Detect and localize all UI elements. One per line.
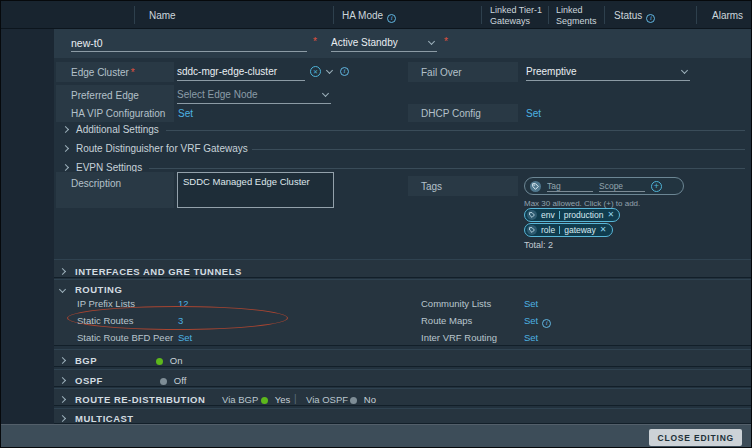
section-ospf: OSPF Off [54,369,752,387]
interfaces-section-header[interactable]: INTERFACES AND GRE TUNNELS [60,266,242,277]
chevron-right-icon [62,164,69,171]
preferred-edge-select[interactable]: Select Edge Node [177,86,331,104]
edge-cluster-icons: ✕ i [310,66,349,77]
community-lists-label: Community Lists [421,298,491,309]
remove-tag-icon[interactable]: ✕ [600,226,607,234]
ha-mode-select[interactable]: Active Standby [331,34,437,52]
clear-icon[interactable]: ✕ [310,66,321,77]
divider [149,168,745,169]
required-asterisk: * [444,36,448,47]
static-routes-value[interactable]: 3 [178,315,183,326]
close-editing-button[interactable]: CLOSE EDITING [649,429,742,446]
inter-vrf-routing-label: Inter VRF Routing [421,332,497,343]
tag-icon [530,181,541,192]
status-yes-dot [261,397,268,404]
ip-prefix-lists-value[interactable]: 12 [178,298,189,309]
chevron-right-icon [59,396,66,403]
bgp-status: On [156,355,182,366]
status-on-dot [156,358,163,365]
route-maps-set-link[interactable]: Seti [524,315,551,328]
tag-input-pill: + [524,177,684,195]
column-divider [604,6,605,24]
dhcp-set-link[interactable]: Set [526,108,541,119]
info-icon[interactable]: i [387,14,396,23]
routing-section-header[interactable]: ROUTING [60,284,122,295]
scope-input[interactable] [599,180,645,192]
chip-divider [559,226,560,234]
status-no-dot [350,397,357,404]
inter-vrf-set-link[interactable]: Set [524,332,538,343]
chip-divider [559,211,560,219]
multicast-section-header[interactable]: MULTICAST [60,413,134,424]
column-header-status: Statusi [614,10,655,23]
ospf-status: Off [160,375,186,386]
gateway-row: * Active Standby * [1,29,752,58]
static-routes-label: Static Routes [77,315,134,326]
additional-settings-expander[interactable]: Additional Settings [63,124,159,135]
chevron-down-icon [428,37,435,44]
redistribution-section-header[interactable]: ROUTE RE-DISTRIBUTION [60,394,205,405]
description-textarea[interactable] [177,172,334,208]
table-header: Name HA Modei Linked Tier-1 Gateways Lin… [1,1,752,29]
ha-vip-label: HA VIP Configuration [71,108,165,119]
section-multicast: MULTICAST [54,408,752,424]
tag-input[interactable] [547,180,593,192]
via-ospf-status: No [350,394,376,405]
remove-tag-icon[interactable]: ✕ [607,211,614,219]
via-ospf-label: Via OSPF [306,394,348,405]
divider [252,149,745,150]
via-bgp-label: Via BGP [222,394,258,405]
tag-icon [527,225,537,235]
chevron-down-icon [322,89,329,96]
info-icon[interactable]: i [340,67,349,76]
section-redistribution: ROUTE RE-DISTRIBUTION Via BGP Yes | Via … [54,388,752,406]
add-tag-icon[interactable]: + [651,181,662,192]
fail-over-label: Fail Over [421,67,462,78]
fail-over-select[interactable]: Preemptive [526,63,690,81]
edge-cluster-combobox[interactable]: sddc-mgr-edge-cluster [177,63,305,81]
chevron-down-icon[interactable] [326,66,333,73]
info-icon[interactable]: i [542,319,551,328]
static-route-bfd-label: Static Route BFD Peer [77,332,173,343]
column-header-alarms: Alarms [712,10,743,21]
chevron-right-icon [59,415,66,422]
tags-helper-text: Max 30 allowed. Click (+) to add. [524,199,640,208]
route-distinguisher-expander[interactable]: Route Distinguisher for VRF Gateways [63,143,248,154]
static-route-bfd-set-link[interactable]: Set [178,332,192,343]
tags-label: Tags [421,181,442,192]
column-header-linked-segments: Linked Segments [556,5,604,28]
tags-total: Total: 2 [524,240,553,250]
tag-icon [527,210,537,220]
column-divider [134,6,135,24]
dhcp-config-label: DHCP Config [421,108,481,119]
ospf-section-header[interactable]: OSPF [60,375,103,386]
community-lists-set-link[interactable]: Set [524,298,538,309]
info-icon[interactable]: i [646,14,655,23]
column-divider [481,6,482,24]
column-divider [548,6,549,24]
chevron-right-icon [62,126,69,133]
column-divider [333,6,334,24]
gateway-name-input[interactable] [71,34,307,52]
footer-bar: CLOSE EDITING [1,424,752,448]
status-off-dot [160,378,167,385]
edge-cluster-label: Edge Cluster* [71,67,135,78]
section-routing: ROUTING IP Prefix Lists 12 Static Routes… [54,279,752,346]
via-bgp-status: Yes [261,394,290,405]
ip-prefix-lists-label: IP Prefix Lists [77,298,135,309]
preferred-edge-label: Preferred Edge [71,90,139,101]
left-gutter [1,29,54,424]
chevron-right-icon [59,377,66,384]
description-label: Description [71,178,121,189]
column-header-name: Name [149,10,176,21]
route-maps-label: Route Maps [421,315,472,326]
ha-vip-set-link[interactable]: Set [178,108,193,119]
tag-scope: role [541,225,555,235]
nsx-gateway-edit-screen: Name HA Modei Linked Tier-1 Gateways Lin… [0,0,752,448]
column-divider [696,6,697,24]
chevron-down-icon [681,66,688,73]
chevron-right-icon [59,268,66,275]
chevron-down-icon [59,286,66,293]
bgp-section-header[interactable]: BGP [60,355,97,366]
tag-value: gateway [564,225,596,235]
